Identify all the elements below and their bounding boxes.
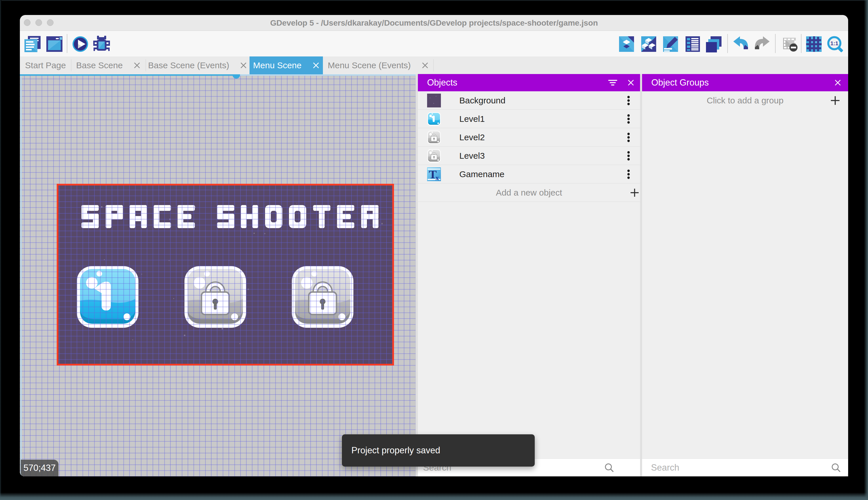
svg-text:1:1: 1:1 [830,40,838,46]
svg-text:x: x [435,174,439,181]
